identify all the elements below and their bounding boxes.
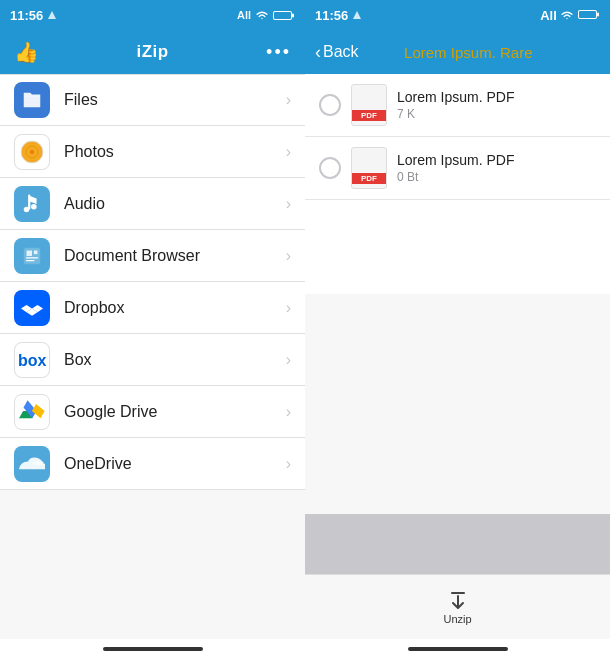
menu-item-audio[interactable]: Audio › [0,178,305,230]
svg-point-8 [31,204,37,210]
right-panel: 11:56 All ‹ Back Lorem Ipsum. Rare [305,0,610,659]
left-time: 11:56 [10,8,57,23]
back-button[interactable]: ‹ Back [315,42,359,63]
pdf-icon-1: PDF [351,84,387,126]
left-header: 👍 iZip ••• [0,30,305,74]
menu-item-docbrowser[interactable]: Document Browser › [0,230,305,282]
file-item-1[interactable]: PDF Lorem Ipsum. PDF 7 K [305,74,610,137]
menu-list: Files › Photos › [0,74,305,639]
pdf-icon-2: PDF [351,147,387,189]
box-chevron: › [286,351,291,369]
back-label: Back [323,43,359,61]
pdf-badge-1: PDF [352,110,386,121]
file-radio-1[interactable] [319,94,341,116]
onedrive-label: OneDrive [64,455,286,473]
svg-rect-15 [451,592,465,594]
menu-item-files[interactable]: Files › [0,74,305,126]
right-status-icons: All [540,8,600,23]
svg-point-7 [24,206,30,212]
svg-marker-11 [353,11,361,19]
menu-item-photos[interactable]: Photos › [0,126,305,178]
left-status-icons: All [237,9,295,21]
files-icon [14,82,50,118]
left-status-bar: 11:56 All [0,0,305,30]
svg-text:box: box [18,352,46,369]
gdrive-chevron: › [286,403,291,421]
svg-rect-13 [579,11,596,18]
photos-chevron: › [286,143,291,161]
docbrowser-icon [14,238,50,274]
audio-label: Audio [64,195,286,213]
location-icon [47,10,57,20]
gdrive-icon [14,394,50,430]
file-list: PDF Lorem Ipsum. PDF 7 K PDF Lorem Ipsum… [305,74,610,294]
dropbox-label: Dropbox [64,299,286,317]
file-info-1: Lorem Ipsum. PDF 7 K [397,89,514,121]
file-name-2: Lorem Ipsum. PDF [397,152,514,168]
action-bar: Unzip [305,574,610,639]
svg-point-6 [30,150,34,154]
photos-label: Photos [64,143,286,161]
wifi-icon [255,10,269,20]
left-home-indicator [103,647,203,651]
back-chevron-icon: ‹ [315,42,321,63]
right-location-icon [352,10,362,20]
docbrowser-chevron: › [286,247,291,265]
app-title: iZip [136,42,168,62]
more-button[interactable]: ••• [266,42,291,63]
svg-marker-0 [48,11,56,19]
menu-item-gdrive[interactable]: Google Drive › [0,386,305,438]
file-item-2[interactable]: PDF Lorem Ipsum. PDF 0 Bt [305,137,610,200]
menu-item-onedrive[interactable]: OneDrive › [0,438,305,490]
docbrowser-label: Document Browser [64,247,286,265]
pdf-badge-2: PDF [352,173,386,184]
unzip-label: Unzip [443,613,471,625]
menu-item-dropbox[interactable]: Dropbox › [0,282,305,334]
right-home-indicator [408,647,508,651]
unzip-button[interactable]: Unzip [443,589,471,625]
dropbox-icon [14,290,50,326]
file-radio-2[interactable] [319,157,341,179]
gdrive-label: Google Drive [64,403,286,421]
file-size-1: 7 K [397,107,514,121]
file-size-2: 0 Bt [397,170,514,184]
left-home-bar [0,639,305,659]
right-home-bar [305,639,610,659]
right-status-bar: 11:56 All [305,0,610,30]
unzip-icon [446,589,470,613]
files-chevron: › [286,91,291,109]
right-time: 11:56 [315,8,362,23]
svg-rect-3 [292,13,294,17]
box-icon: box [14,342,50,378]
file-info-2: Lorem Ipsum. PDF 0 Bt [397,152,514,184]
right-battery-icon [578,9,600,20]
right-header: ‹ Back Lorem Ipsum. Rare [305,30,610,74]
menu-item-box[interactable]: box Box › [0,334,305,386]
file-name-1: Lorem Ipsum. PDF [397,89,514,105]
folder-title: Lorem Ipsum. Rare [367,44,570,61]
thumb-icon: 👍 [14,40,39,64]
gray-bar [305,514,610,574]
photos-icon [14,134,50,170]
onedrive-icon [14,446,50,482]
audio-chevron: › [286,195,291,213]
battery-icon [273,10,295,21]
svg-rect-14 [597,12,599,16]
audio-icon [14,186,50,222]
right-bottom: Unzip [305,514,610,659]
onedrive-chevron: › [286,455,291,473]
files-label: Files [64,91,286,109]
left-panel: 11:56 All 👍 iZip ••• [0,0,305,659]
box-label: Box [64,351,286,369]
right-spacer [305,294,610,514]
svg-rect-2 [274,12,291,19]
dropbox-chevron: › [286,299,291,317]
right-wifi-icon [560,10,574,20]
